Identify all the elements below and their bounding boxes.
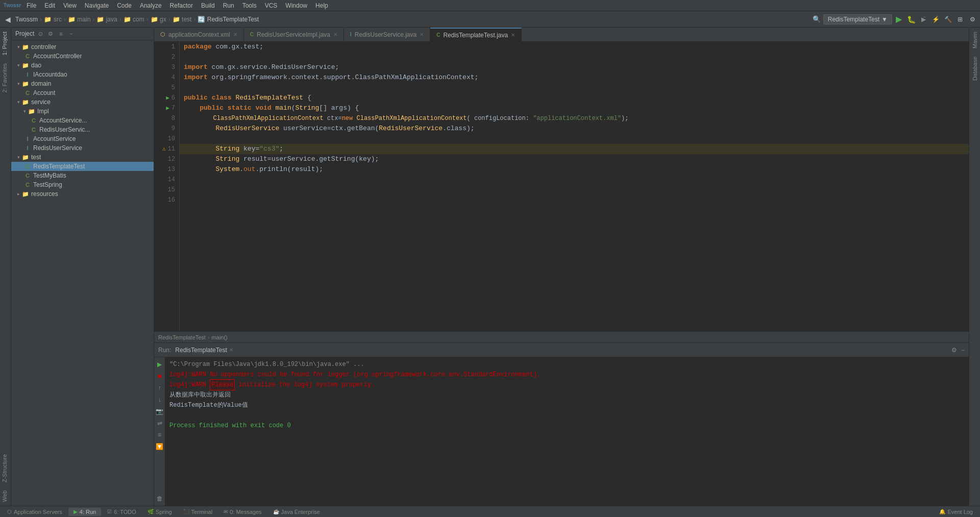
panel-settings-icon[interactable]: ⚙ (46, 30, 55, 38)
tree-item-dao[interactable]: ▾ 📁 dao (11, 61, 154, 70)
tree-item-accountservice[interactable]: I AccountService (11, 134, 154, 143)
right-label-maven[interactable]: Maven (970, 28, 979, 53)
tool-tab-spring[interactable]: 🌿 Spring (142, 508, 177, 516)
menu-navigate[interactable]: Navigate (81, 1, 113, 10)
run-tree-icon[interactable]: ≡ (155, 430, 165, 440)
tree-item-accountcontroller[interactable]: C AccountController (11, 52, 154, 61)
tree-item-redisuserserviceimpl[interactable]: C RedisUserServic... (11, 125, 154, 134)
menu-view[interactable]: View (59, 1, 81, 10)
tree-label-testspring: TestSpring (33, 181, 62, 188)
bottom-section: Run: RedisTemplateTest ✕ ⚙ − ▶ ■ ↑ ↓ 📷 ⇌ (154, 342, 969, 506)
tab-close-rusi[interactable]: ✕ (420, 32, 424, 37)
tool-tab-run[interactable]: ▶ 4: Run (68, 508, 101, 516)
tree-item-accountserviceimpl[interactable]: C AccountService... (11, 116, 154, 125)
debug-button[interactable]: 🐛 (905, 14, 917, 25)
tree-item-controller[interactable]: ▾ 📁 controller (11, 42, 154, 52)
folder-icon-domain: 📁 (21, 80, 30, 88)
menu-vcs[interactable]: VCS (261, 1, 282, 10)
run-config-dropdown[interactable]: RedisTemplateTest ▼ (823, 14, 892, 24)
left-label-web[interactable]: Web (0, 486, 11, 506)
run-tab-close[interactable]: ✕ (229, 347, 233, 353)
tool-tab-messages[interactable]: ✉ 0: Messages (218, 508, 266, 516)
left-label-project[interactable]: 1: Project (0, 28, 11, 59)
left-label-favorites[interactable]: 2: Favorites (0, 59, 11, 96)
run-filter-icon[interactable]: 🔽 (155, 441, 165, 452)
tree-item-test[interactable]: ▾ 📁 test (11, 153, 154, 162)
tree-item-impl[interactable]: ▾ 📁 Impl (11, 107, 154, 116)
tree-item-account[interactable]: C Account (11, 88, 154, 97)
tab-close-appctx[interactable]: ✕ (233, 32, 237, 37)
code-line-14 (180, 175, 969, 185)
tab-redisuserserviceimpl[interactable]: C RedisUserServiceImpl.java ✕ (244, 28, 344, 41)
run-settings-icon[interactable]: ⚙ (951, 347, 957, 354)
tab-applicationcontext[interactable]: ⬡ applicationContext.xml ✕ (154, 28, 244, 41)
run-output: "C:\Program Files\Java\jdk1.8.0_192\bin\… (165, 357, 969, 506)
menu-edit[interactable]: Edit (40, 1, 59, 10)
run-gutter-6[interactable]: ▶ (166, 93, 169, 103)
run-minimize-icon[interactable]: − (961, 347, 965, 354)
output-line-5: RedisTemplate的Value值 (169, 400, 965, 410)
run-camera-icon[interactable]: 📷 (155, 406, 165, 416)
tree-item-testspring[interactable]: C TestSpring (11, 180, 154, 189)
menu-file[interactable]: File (22, 1, 40, 10)
code-line-16 (180, 195, 969, 205)
folder-icon-resources: 📁 (21, 190, 30, 198)
code-line-8: ClassPathXmlApplicationContext ctx=new C… (180, 113, 969, 124)
panel-gear-icon[interactable]: ≡ (57, 30, 65, 38)
tool-tab-appservers[interactable]: ⬡ Application Servers (2, 508, 67, 516)
menu-help[interactable]: Help (311, 1, 332, 10)
tool-tab-todo[interactable]: ☑ 6: TODO (102, 508, 141, 516)
code-content[interactable]: package com.gx.test; import com.gx.servi… (180, 42, 969, 331)
tree-item-service[interactable]: ▾ 📁 service (11, 97, 154, 107)
run-tab-name[interactable]: RedisTemplateTest ✕ (175, 347, 233, 354)
tool-tab-eventlog[interactable]: 🔔 Event Log (934, 508, 978, 516)
code-line-9: RedisUserService userService=ctx.getBean… (180, 124, 969, 134)
right-labels-panel: Maven Database (969, 28, 980, 506)
search-everywhere-icon[interactable]: 🔍 (811, 14, 822, 25)
nav-back-icon[interactable]: ◀ (2, 14, 13, 25)
run-wrap-icon[interactable]: ⇌ (155, 418, 165, 428)
menu-window[interactable]: Window (281, 1, 311, 10)
tab-redistemplatetest[interactable]: C RedisTemplateTest.java ✕ (430, 28, 522, 41)
menu-tools[interactable]: Tools (238, 1, 261, 10)
tree-label-accountcontroller: AccountController (33, 53, 82, 60)
settings-icon[interactable]: ⚙ (967, 14, 978, 25)
tree-label-impl: Impl (37, 108, 49, 115)
tree-item-redistemplatetest[interactable]: C RedisTemplateTest (11, 162, 154, 171)
breadcrumb-class: RedisTemplateTest (158, 334, 206, 340)
menu-code[interactable]: Code (113, 1, 136, 10)
tab-close-rusiimpl[interactable]: ✕ (333, 32, 337, 37)
build-button[interactable]: 🔨 (942, 14, 953, 25)
tool-tab-terminal[interactable]: ⬛ Terminal (178, 508, 218, 516)
run-trash-icon[interactable]: 🗑 (155, 494, 165, 504)
run-down-icon[interactable]: ↓ (155, 395, 165, 405)
panel-close-icon[interactable]: − (67, 30, 75, 38)
run-gutter-7[interactable]: ▶ (166, 103, 169, 113)
eventlog-icon: 🔔 (939, 509, 945, 514)
tree-item-redisuserservice[interactable]: I RedisUserService (11, 143, 154, 153)
tab-redisuserservice[interactable]: I RedisUserService.java ✕ (344, 28, 430, 41)
run-up-icon[interactable]: ↑ (155, 383, 165, 393)
run-button[interactable]: ▶ (893, 14, 904, 25)
tree-item-resources[interactable]: ▸ 📁 resources (11, 189, 154, 199)
rerun-button[interactable]: ▶ (155, 359, 165, 370)
breadcrumb-method: main() (212, 334, 228, 340)
tree-item-domain[interactable]: ▾ 📁 domain (11, 79, 154, 88)
panel-sync-icon[interactable]: ⊙ (36, 30, 44, 38)
gutter-13: 13 (158, 164, 175, 175)
tree-item-testmybatis[interactable]: C TestMyBatis (11, 171, 154, 180)
profile-button[interactable]: ⚡ (930, 14, 941, 25)
menu-refactor[interactable]: Refactor (166, 1, 197, 10)
coverage-button[interactable]: ▶̈ (918, 14, 929, 25)
output-line-2: log4j:WARN No appenders could be found f… (169, 370, 965, 380)
menu-run[interactable]: Run (219, 1, 238, 10)
menu-analyze[interactable]: Analyze (136, 1, 166, 10)
run-stop-button[interactable]: ■ (155, 371, 165, 381)
tree-item-iaccountdao[interactable]: I IAccountdao (11, 70, 154, 79)
tool-tab-javaenterprise[interactable]: ☕ Java Enterprise (268, 508, 325, 516)
maximize-icon[interactable]: ⊞ (954, 14, 966, 25)
left-label-structure[interactable]: Z-Structure (0, 450, 11, 486)
menu-build[interactable]: Build (197, 1, 219, 10)
right-label-database[interactable]: Database (970, 53, 979, 85)
tab-close-rtt[interactable]: ✕ (511, 32, 515, 38)
